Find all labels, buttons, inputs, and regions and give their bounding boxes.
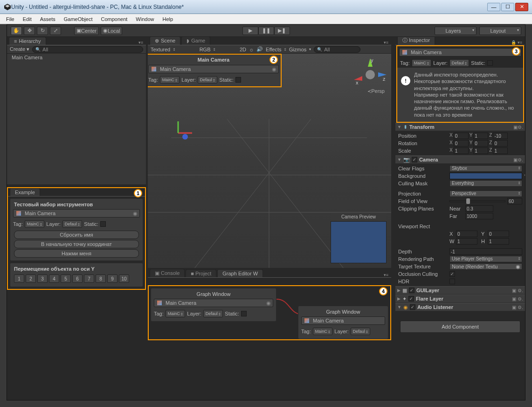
rot-x[interactable] [454,140,469,147]
fov-value[interactable] [507,198,522,204]
num-btn-9[interactable]: 9 [107,274,117,283]
pos-x[interactable] [454,133,469,139]
example-tab[interactable]: Example [10,188,40,196]
tag-dropdown[interactable]: MainC [160,76,180,84]
audio-header[interactable]: ▼◉Audio Listener▣ ⚙. [395,303,525,311]
render-mode[interactable]: RGB [200,47,211,52]
transform-header[interactable]: ▼⬍ Transform ▣ ⚙. [395,123,525,131]
static-checkbox[interactable] [487,60,493,66]
gear-icon[interactable]: ⚙. [518,125,523,130]
menu-help[interactable]: Help [158,16,177,22]
camera-enabled[interactable] [412,157,417,162]
press-me-button[interactable]: Нажми меня [14,249,139,258]
pause-button[interactable]: ❚❚ [258,27,274,35]
panel-menu-icon[interactable]: 🔒 ▾≡ [511,40,525,45]
menu-window[interactable]: Window [131,16,158,22]
static-checkbox[interactable] [241,311,247,316]
fov-slider[interactable] [449,200,505,202]
occlusion-checkbox[interactable] [449,271,455,277]
graph-node[interactable]: Graph Window Main Camera Tag: MainC Laye… [298,306,388,339]
num-btn-10[interactable]: 10 [119,274,129,283]
rotate-tool[interactable]: ↻ [37,27,48,35]
shading-mode[interactable]: Textured [151,47,170,52]
graph-editor[interactable]: 4 Graph Window Main Camera ◉ Tag: MainC … [148,285,391,340]
layout-dropdown[interactable]: Layout [479,27,521,35]
layer-dropdown[interactable]: Defaul [203,310,223,317]
panel-menu-icon[interactable]: ▾≡ [138,40,146,45]
tag-dropdown[interactable]: MainC [412,59,431,67]
scl-y[interactable] [473,147,488,154]
viewport-y[interactable] [488,231,509,237]
num-btn-4[interactable]: 4 [49,274,59,283]
rot-y[interactable] [473,140,488,147]
background-color[interactable]: ✎ [449,173,522,179]
clear-flags-dropdown[interactable]: Skybox [449,165,522,172]
audio-icon[interactable]: 🔊 [256,46,263,52]
scene-viewport[interactable]: y z x ≺Persp Camera Preview 2 Main Camer… [148,54,391,268]
mode-2d[interactable]: 2D [240,47,246,52]
num-btn-3[interactable]: 3 [37,274,48,283]
reset-name-button[interactable]: Сбросить имя [14,231,139,239]
num-btn-6[interactable]: 6 [72,274,83,283]
gizmos-dropdown[interactable]: Gizmos [289,47,306,52]
graph-node[interactable]: Graph Window Main Camera ◉ Tag: MainC La… [151,288,276,322]
pos-y[interactable] [473,133,488,139]
flare-enabled[interactable] [408,296,414,302]
object-field[interactable]: Main Camera [301,316,385,325]
move-tool[interactable]: ✥ [24,27,35,35]
game-tab[interactable]: ◗Game [181,36,210,45]
projection-dropdown[interactable]: Perspective [449,190,522,197]
object-field[interactable]: Main Camera [399,48,521,56]
far-clip[interactable] [465,213,493,219]
static-checkbox[interactable] [100,221,106,227]
guilayer-header[interactable]: ▶▦GUILayer▣ ⚙. [395,286,525,295]
scale-tool[interactable]: ⤢ [50,27,61,35]
num-btn-5[interactable]: 5 [61,274,71,283]
hdr-checkbox[interactable] [449,279,455,284]
guilayer-enabled[interactable] [409,288,415,293]
target-texture-field[interactable]: None (Render Textu◉ [449,263,522,270]
close-button[interactable]: ✕ [515,3,528,11]
help-icon[interactable]: ▣ [513,157,518,162]
gear-icon[interactable]: ⚙. [518,157,523,162]
layer-dropdown[interactable]: Defaul [198,76,217,84]
graph-editor-tab[interactable]: Graph Editor W [217,269,263,277]
scene-tab[interactable]: ⊕Scene [150,36,180,45]
layers-dropdown[interactable]: Layers [435,27,477,35]
near-clip[interactable] [465,205,493,212]
maximize-button[interactable]: ☐ [501,3,514,11]
tag-dropdown[interactable]: MainC [166,310,185,317]
layer-dropdown[interactable]: Defaul [449,59,469,67]
light-icon[interactable]: ☼ [249,47,254,52]
scene-search[interactable]: 🔍All [314,46,360,53]
num-btn-8[interactable]: 8 [96,274,106,283]
pos-z[interactable] [493,133,508,139]
scl-z[interactable] [493,147,508,154]
hierarchy-item[interactable]: Main Camera [7,54,146,61]
camera-header[interactable]: ▼📷 Camera ▣ ⚙. [395,155,525,164]
viewport-w[interactable] [456,238,477,245]
layer-dropdown[interactable]: Defaul [351,328,370,335]
panel-menu-icon[interactable]: ▾≡ [384,40,391,45]
add-component-button[interactable]: Add Component [400,321,520,333]
help-icon[interactable]: ▣ [513,125,518,130]
culling-mask-dropdown[interactable]: Everything [449,180,522,187]
console-tab[interactable]: ▣Console [150,269,185,277]
play-button[interactable]: ▶ [242,27,258,35]
object-field[interactable]: Main Camera ◉ [154,299,273,307]
pivot-center[interactable]: ▣ Center [74,27,99,35]
object-field[interactable]: Main Camera ◉ [13,209,140,218]
audio-enabled[interactable] [410,304,415,310]
flare-header[interactable]: ▶✦Flare Layer▣ ⚙. [395,295,525,303]
hierarchy-tab[interactable]: ≡Hierarchy [9,37,46,45]
effects-dropdown[interactable]: Effects [266,47,281,52]
viewport-x[interactable] [456,231,477,237]
step-button[interactable]: ▶❚ [274,27,290,35]
viewport-h[interactable] [488,238,509,245]
menu-assets[interactable]: Assets [36,16,60,22]
scene-gizmo[interactable]: y z x [354,58,387,91]
menu-component[interactable]: Component [97,16,131,22]
object-field[interactable]: Main Camera ◉ [148,65,279,73]
project-tab[interactable]: ■Project [186,269,216,277]
inspector-tab[interactable]: ⓘInspector [397,37,435,45]
